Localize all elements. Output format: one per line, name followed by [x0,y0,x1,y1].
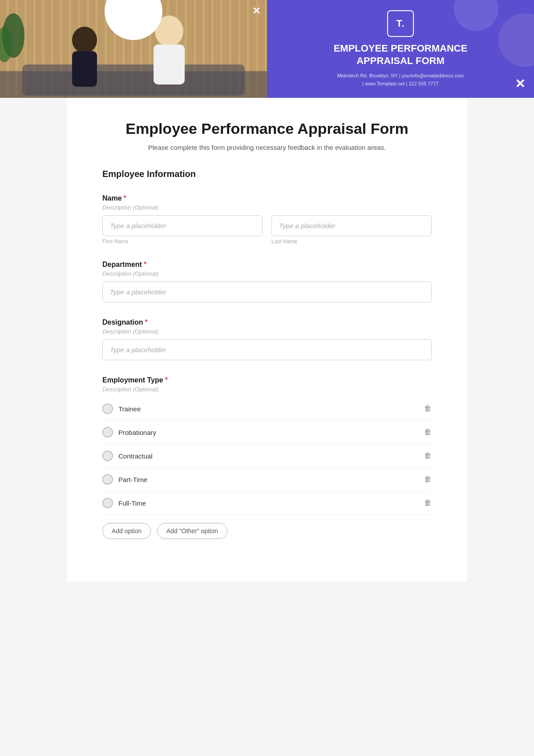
delete-option-1[interactable]: 🗑 [424,428,432,437]
radio-left-1[interactable]: Probationary [102,427,156,438]
add-option-buttons: Add option Add "Other" option [102,523,432,539]
required-star-desig: * [145,318,148,326]
department-input[interactable] [102,281,432,302]
radio-left-4[interactable]: Full-Time [102,498,146,508]
field-department-description: Description (Optional) [102,270,432,277]
radio-circle-4[interactable] [102,498,113,508]
form-title: Employee Performance Appraisal Form [102,120,432,137]
field-employment-description: Description (Optional) [102,386,432,393]
required-star-dept: * [144,261,146,269]
radio-circle-2[interactable] [102,450,113,461]
radio-left-2[interactable]: Contractual [102,450,153,461]
employment-type-options: Trainee 🗑 Probationary 🗑 Contractual 🗑 P… [102,397,432,515]
field-department: Department * Description (Optional) [102,261,432,302]
logo-box: T. [387,10,414,37]
radio-option: Full-Time 🗑 [102,491,432,515]
last-name-wrapper: Last Name [271,215,432,245]
first-name-input[interactable] [102,215,263,236]
field-designation-label: Designation * [102,318,432,326]
radio-label-2: Contractual [118,452,153,460]
delete-option-0[interactable]: 🗑 [424,404,432,413]
required-star-emp: * [165,376,168,384]
field-designation: Designation * Description (Optional) [102,318,432,360]
radio-circle-0[interactable] [102,403,113,414]
radio-left-3[interactable]: Part-Time [102,474,147,485]
delete-option-3[interactable]: 🗑 [424,475,432,484]
main-close-button[interactable]: ✕ [515,76,525,91]
field-employment-label: Employment Type * [102,376,432,384]
decorative-circle-right [498,13,534,67]
delete-option-2[interactable]: 🗑 [424,451,432,460]
radio-label-1: Probationary [118,429,156,436]
svg-rect-36 [154,44,185,84]
svg-rect-32 [22,64,245,96]
radio-option: Contractual 🗑 [102,444,432,468]
svg-point-33 [72,27,97,53]
form-container: Employee Performance Appraisal Form Plea… [67,98,467,582]
last-name-label: Last Name [271,238,432,245]
field-name-description: Description (Optional) [102,204,432,211]
radio-option: Probationary 🗑 [102,421,432,444]
first-name-label: First Name [102,238,263,245]
logo-text: T. [396,18,405,29]
add-other-option-button[interactable]: Add "Other" option [157,523,227,539]
decorative-circle-top [454,0,498,31]
radio-option: Part-Time 🗑 [102,468,432,491]
svg-rect-34 [72,51,97,87]
delete-option-4[interactable]: 🗑 [424,499,432,507]
radio-label-3: Part-Time [118,476,147,483]
field-employment-type: Employment Type * Description (Optional)… [102,376,432,539]
radio-label-4: Full-Time [118,499,146,507]
header-info: T. EMPLOYEE PERFORMANCE APPRAISAL FORM M… [267,0,534,98]
section-employee-info: Employee Information [102,169,432,182]
field-designation-description: Description (Optional) [102,328,432,335]
radio-option: Trainee 🗑 [102,397,432,421]
form-subtitle: Please complete this form providing nece… [102,144,432,151]
header-contact: Metrotech Rd. Brooklyn, NY | yourinfo@em… [337,72,464,88]
header-banner: ✕ T. EMPLOYEE PERFORMANCE APPRAISAL FORM… [0,0,534,98]
first-name-wrapper: First Name [102,215,263,245]
add-option-button[interactable]: Add option [102,523,151,539]
field-name-label: Name * [102,194,432,202]
header-title: EMPLOYEE PERFORMANCE APPRAISAL FORM [334,42,468,68]
designation-input[interactable] [102,339,432,360]
radio-label-0: Trainee [118,405,141,413]
radio-left-0[interactable]: Trainee [102,403,141,414]
last-name-input[interactable] [271,215,432,236]
field-name: Name * Description (Optional) First Name… [102,194,432,245]
header-photo: ✕ [0,0,267,98]
field-department-label: Department * [102,261,432,269]
radio-circle-1[interactable] [102,427,113,438]
required-star-name: * [124,194,126,202]
radio-circle-3[interactable] [102,474,113,485]
photo-close-button[interactable]: ✕ [252,5,260,17]
name-input-row: First Name Last Name [102,215,432,245]
